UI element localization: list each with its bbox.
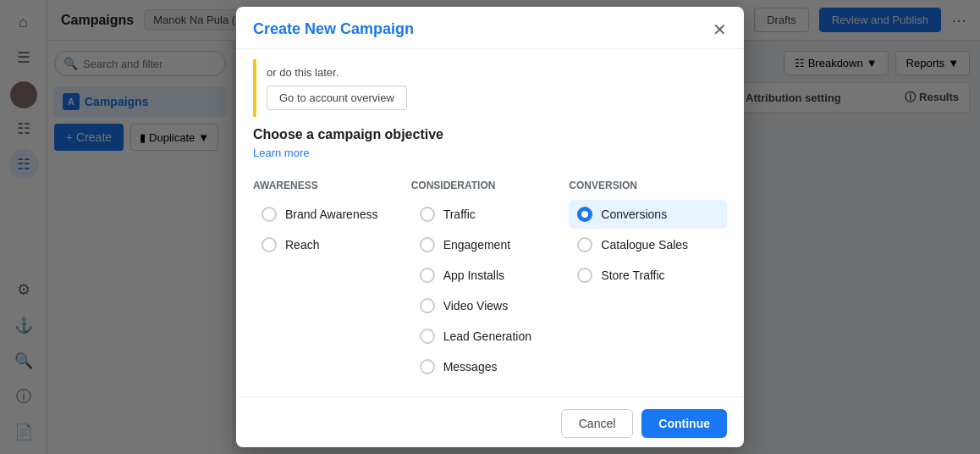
engagement-option[interactable]: Engagement xyxy=(411,230,570,259)
conversion-column: Conversion Conversions Catalogue Sales S… xyxy=(569,180,727,383)
store-traffic-label: Store Traffic xyxy=(601,269,664,282)
engagement-label: Engagement xyxy=(443,238,510,252)
conversions-option[interactable]: Conversions xyxy=(569,200,727,229)
app-installs-option[interactable]: App Installs xyxy=(411,261,570,290)
app-installs-label: App Installs xyxy=(443,269,504,282)
messages-label: Messages xyxy=(443,360,498,374)
modal-title: Create New Campaign xyxy=(253,20,414,38)
awareness-column-title: Awareness xyxy=(253,180,411,191)
catalogue-sales-label: Catalogue Sales xyxy=(601,238,688,252)
objective-grid: Awareness Brand Awareness Reach Consider… xyxy=(236,169,744,396)
messages-radio[interactable] xyxy=(420,359,435,374)
consideration-column-title: Consideration xyxy=(411,180,570,191)
reach-option[interactable]: Reach xyxy=(253,230,411,259)
app-installs-radio[interactable] xyxy=(420,268,435,283)
conversions-radio[interactable] xyxy=(577,207,592,222)
store-traffic-radio[interactable] xyxy=(577,268,592,283)
traffic-radio[interactable] xyxy=(420,207,435,222)
brand-awareness-label: Brand Awareness xyxy=(285,208,377,221)
store-traffic-option[interactable]: Store Traffic xyxy=(569,261,727,290)
lead-generation-radio[interactable] xyxy=(420,329,435,344)
consideration-column: Consideration Traffic Engagement App Ins… xyxy=(411,180,570,383)
catalogue-sales-option[interactable]: Catalogue Sales xyxy=(569,230,727,259)
cancel-button[interactable]: Cancel xyxy=(561,409,634,438)
objective-title: Choose a campaign objective xyxy=(253,127,727,142)
radio-inner-dot xyxy=(581,211,588,218)
go-to-account-button[interactable]: Go to account overview xyxy=(267,86,407,110)
modal-overlay: Create New Campaign ✕ or do this later. … xyxy=(0,0,980,454)
catalogue-sales-radio[interactable] xyxy=(577,237,592,252)
reach-radio[interactable] xyxy=(262,237,277,252)
modal-notice: or do this later. Go to account overview xyxy=(253,59,727,117)
video-views-label: Video Views xyxy=(443,299,509,313)
conversion-column-title: Conversion xyxy=(569,180,727,191)
lead-generation-option[interactable]: Lead Generation xyxy=(411,322,570,351)
create-campaign-modal: Create New Campaign ✕ or do this later. … xyxy=(236,7,744,447)
brand-awareness-radio[interactable] xyxy=(262,207,277,222)
notice-text: or do this later. xyxy=(267,66,339,79)
modal-objective-section: Choose a campaign objective Learn more xyxy=(236,127,744,169)
learn-more-link[interactable]: Learn more xyxy=(253,147,309,159)
video-views-option[interactable]: Video Views xyxy=(411,291,570,320)
engagement-radio[interactable] xyxy=(420,237,435,252)
messages-option[interactable]: Messages xyxy=(411,352,570,381)
modal-footer: Cancel Continue xyxy=(236,396,744,447)
conversions-label: Conversions xyxy=(601,208,667,221)
awareness-column: Awareness Brand Awareness Reach xyxy=(253,180,411,383)
traffic-option[interactable]: Traffic xyxy=(411,200,570,229)
reach-label: Reach xyxy=(285,238,319,252)
continue-button[interactable]: Continue xyxy=(641,409,727,438)
lead-generation-label: Lead Generation xyxy=(443,329,531,343)
brand-awareness-option[interactable]: Brand Awareness xyxy=(253,200,411,229)
video-views-radio[interactable] xyxy=(420,298,435,313)
traffic-label: Traffic xyxy=(443,208,476,221)
close-button[interactable]: ✕ xyxy=(713,21,727,38)
modal-header: Create New Campaign ✕ xyxy=(236,7,744,49)
